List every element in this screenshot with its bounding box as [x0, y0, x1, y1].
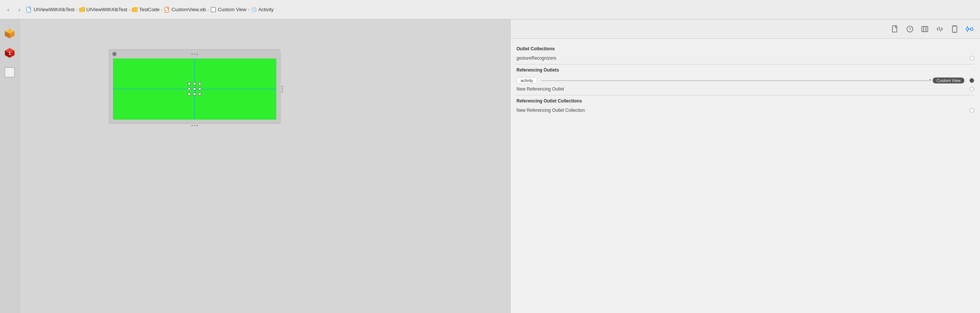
divider-2 [517, 95, 974, 95]
handle-bm [193, 93, 196, 95]
help-button[interactable]: ? [905, 25, 914, 33]
handle-ml [188, 87, 191, 90]
left-sidebar: 1 [0, 19, 19, 313]
svg-rect-23 [922, 27, 928, 32]
outlet-filled-circle[interactable] [970, 78, 974, 83]
breadcrumb-label-6: Activity [258, 7, 274, 12]
sidebar-icon-cube-red[interactable]: 1 [3, 46, 16, 60]
breadcrumb-item-folder2[interactable]: TestCode [132, 7, 160, 13]
breadcrumb-label-4: CustomView.xib [172, 7, 206, 12]
new-doc-button[interactable] [891, 25, 899, 33]
handle-tr [198, 83, 201, 85]
outlet-pill-custom-view[interactable]: Custom View [933, 78, 964, 83]
gesture-recognizers-row: gestureRecognizers [517, 54, 974, 62]
breadcrumb-label: UIViewWithXibTest [33, 7, 75, 12]
xib-titlebar: ✕ [109, 49, 280, 59]
handle-br [198, 93, 201, 95]
svg-rect-0 [27, 7, 30, 12]
new-referencing-outlet-label: New Referencing Outlet [517, 86, 970, 92]
breadcrumb-sep-2: › [129, 7, 130, 12]
outlet-row-activity: activity × Custom View [517, 76, 974, 85]
folder-icon-2 [132, 7, 138, 13]
activity-icon [251, 7, 257, 13]
handle-tm [193, 83, 196, 85]
green-view-container [113, 59, 276, 120]
svg-line-26 [939, 27, 940, 31]
handle-tl [188, 83, 191, 85]
new-referencing-outlet-collection-label: New Referencing Outlet Collection [517, 108, 970, 113]
main-area: 1 ✕ [0, 19, 980, 313]
file-icon [26, 7, 32, 13]
canvas-area: ✕ [19, 19, 510, 313]
view-icon [210, 7, 216, 13]
svg-rect-20 [892, 26, 897, 32]
svg-line-6 [254, 10, 255, 10]
toolbar: ‹ › UIViewWithXibTest › UIViewWithXibTes… [0, 0, 980, 19]
svg-text:xib: xib [165, 9, 168, 11]
selection-handles [188, 83, 201, 96]
xib-close-button[interactable]: ✕ [112, 52, 117, 56]
breadcrumb-item-folder1[interactable]: UIViewWithXibTest [79, 7, 127, 13]
resize-dots-bottom [191, 125, 198, 126]
inspector-button[interactable] [920, 25, 929, 33]
breadcrumb-item-activity[interactable]: Activity [251, 7, 274, 13]
breadcrumb-sep-5: › [248, 7, 250, 12]
xib-icon: xib [164, 7, 170, 13]
xib-frame: ✕ [109, 49, 280, 124]
svg-rect-19 [5, 67, 14, 77]
svg-text:1: 1 [9, 51, 11, 56]
outlet-collections-title: Outlet Collections [517, 46, 974, 51]
handle-bl [188, 93, 191, 95]
breadcrumb-item-xib[interactable]: xib CustomView.xib [164, 7, 206, 13]
new-referencing-outlet-row: New Referencing Outlet [517, 85, 974, 93]
new-referencing-outlet-circle[interactable] [970, 87, 974, 91]
breadcrumb-item-project[interactable]: UIViewWithXibTest [26, 7, 75, 13]
new-referencing-collection-circle[interactable] [970, 108, 974, 113]
nav-back-button[interactable]: ‹ [4, 5, 13, 14]
right-panel: ? [510, 19, 980, 313]
gesture-recognizers-label: gestureRecognizers [517, 56, 970, 61]
folder-icon-1 [79, 7, 85, 13]
sidebar-icon-white-square[interactable] [3, 65, 16, 79]
outlet-connector-line: × [541, 81, 929, 81]
green-view[interactable] [113, 59, 276, 120]
breadcrumb-sep-3: › [161, 7, 162, 12]
handle-mr [198, 87, 201, 90]
outlet-pill-activity[interactable]: activity [517, 77, 537, 84]
svg-point-31 [970, 28, 973, 30]
breadcrumb-sep-1: › [76, 7, 78, 12]
gesture-recognizers-circle[interactable] [970, 56, 974, 60]
breadcrumb-item-custom-view[interactable]: Custom View [210, 7, 246, 13]
inspector-content: Outlet Collections gestureRecognizers Re… [511, 39, 980, 313]
outlet-target-label: Custom View [936, 78, 961, 83]
svg-point-30 [966, 28, 969, 30]
handle-mm [193, 87, 196, 90]
nav-forward-button[interactable]: › [15, 5, 24, 14]
breadcrumb: UIViewWithXibTest › UIViewWithXibTest › … [26, 7, 274, 13]
connect-button[interactable] [965, 25, 974, 33]
breadcrumb-label-5: Custom View [218, 7, 246, 12]
referencing-outlets-title: Referencing Outlets [517, 67, 974, 73]
xib-resize-dots [191, 53, 198, 55]
sidebar-icon-cube-yellow[interactable] [3, 27, 16, 40]
breadcrumb-sep-4: › [207, 7, 209, 12]
referencing-outlet-collections-title: Referencing Outlet Collections [517, 99, 974, 103]
embed-button[interactable] [935, 25, 944, 33]
svg-point-28 [954, 31, 955, 32]
breadcrumb-label-2: UIViewWithXibTest [86, 7, 127, 12]
svg-text:?: ? [909, 27, 911, 31]
resize-dots-right [282, 86, 283, 92]
device-button[interactable] [950, 25, 959, 33]
outlet-x-mark: × [929, 78, 931, 82]
svg-rect-3 [211, 8, 216, 12]
right-panel-toolbar: ? [511, 19, 980, 39]
new-referencing-outlet-collection-row: New Referencing Outlet Collection [517, 106, 974, 114]
breadcrumb-label-3: TestCode [139, 7, 160, 12]
